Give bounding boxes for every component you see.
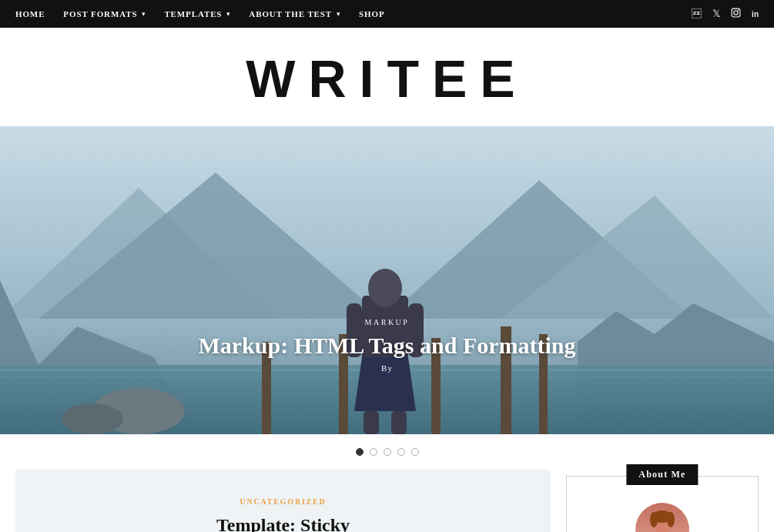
nav-home[interactable]: HOME: [15, 9, 45, 18]
svg-point-21: [368, 269, 402, 307]
hero-category: MARKUP: [0, 318, 774, 326]
post-card: UNCATEGORIZED Template: Sticky: [15, 470, 551, 532]
slider-dot-2[interactable]: [370, 448, 377, 456]
hero-slider: MARKUP Markup: HTML Tags and Formatting …: [0, 126, 774, 434]
main-content: UNCATEGORIZED Template: Sticky: [15, 470, 551, 532]
about-me-content: [567, 495, 758, 532]
about-me-widget: About Me: [566, 470, 759, 532]
post-title[interactable]: Template: Sticky: [39, 515, 528, 532]
nav-shop[interactable]: SHOP: [359, 9, 384, 18]
nav-post-formats[interactable]: POST FORMATS: [63, 9, 137, 18]
svg-rect-0: [732, 8, 740, 17]
svg-point-30: [650, 512, 658, 527]
content-row: UNCATEGORIZED Template: Sticky About Me: [0, 470, 774, 532]
chevron-down-icon: ▾: [142, 10, 146, 18]
svg-point-1: [734, 10, 738, 14]
hero-title[interactable]: Markup: HTML Tags and Formatting: [0, 333, 774, 359]
avatar: [635, 503, 689, 532]
main-navigation: HOME POST FORMATS ▾ TEMPLATES ▾ ABOUT TH…: [0, 0, 774, 28]
svg-point-2: [738, 9, 739, 10]
instagram-icon[interactable]: [731, 8, 741, 21]
about-me-frame: About Me: [566, 476, 759, 532]
slider-dot-5[interactable]: [411, 448, 419, 456]
svg-rect-25: [364, 411, 379, 434]
nav-templates[interactable]: TEMPLATES: [164, 9, 222, 18]
twitter-icon[interactable]: 𝕏: [712, 8, 720, 20]
social-links:  𝕏 in: [692, 8, 759, 21]
chevron-down-icon: ▾: [226, 10, 230, 18]
hero-by-line: By: [0, 363, 774, 373]
slider-dot-3[interactable]: [384, 448, 391, 456]
linkedin-icon[interactable]: in: [752, 10, 759, 18]
nav-about-the-test[interactable]: ABOUT THE TEST: [249, 9, 332, 18]
post-category: UNCATEGORIZED: [39, 497, 528, 506]
sidebar: About Me: [566, 470, 759, 532]
svg-point-19: [62, 403, 123, 434]
hero-image: MARKUP Markup: HTML Tags and Formatting …: [0, 126, 774, 434]
svg-point-31: [667, 512, 675, 527]
facebook-icon[interactable]: : [692, 8, 702, 20]
nav-links: HOME POST FORMATS ▾ TEMPLATES ▾ ABOUT TH…: [15, 9, 385, 18]
site-header: WRITEE: [0, 28, 774, 126]
slider-dot-4[interactable]: [397, 448, 405, 456]
site-title[interactable]: WRITEE: [0, 52, 774, 105]
hero-overlay: MARKUP Markup: HTML Tags and Formatting …: [0, 318, 774, 373]
about-me-label: About Me: [626, 464, 698, 485]
slider-dot-1[interactable]: [356, 448, 364, 456]
chevron-down-icon: ▾: [337, 10, 340, 18]
svg-rect-26: [391, 411, 407, 434]
